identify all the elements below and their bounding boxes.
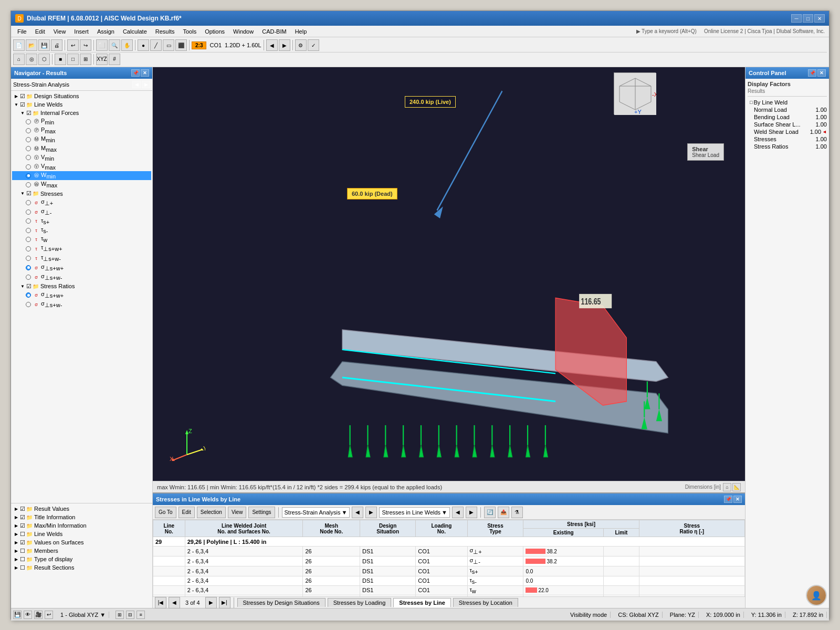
- tb-prev[interactable]: ◀: [266, 39, 278, 51]
- tab-prev[interactable]: ◀: [169, 597, 180, 608]
- t-export[interactable]: 📤: [498, 507, 509, 518]
- tb-view3[interactable]: ⬡: [38, 54, 50, 65]
- table-pin-button[interactable]: 📌: [724, 496, 732, 503]
- table-close-button[interactable]: ✕: [733, 496, 742, 503]
- viewport[interactable]: Visibility mode CO1: 1.200 + 1.60L Stres…: [153, 67, 745, 481]
- tb-new[interactable]: 📄: [13, 39, 25, 51]
- t-next[interactable]: ▶: [365, 507, 377, 518]
- tree-members[interactable]: ▶ ☐ 📁 Members: [12, 547, 151, 555]
- selection-btn[interactable]: Selection: [197, 507, 226, 518]
- tab-design-situations[interactable]: Stresses by Design Situations: [237, 598, 326, 607]
- tree-ratio-plus[interactable]: σ σ⊥s+w+: [12, 290, 151, 300]
- tab-location[interactable]: Stresses by Location: [453, 598, 518, 607]
- tree-line-welds-bot[interactable]: ▶ ☐ 📁 Line Welds: [12, 530, 151, 538]
- cp-pin-button[interactable]: 📌: [808, 69, 816, 77]
- tree-design-situations[interactable]: ▶ ☑ 📁 Design Situations: [12, 92, 151, 100]
- tb-print[interactable]: 🖨: [51, 39, 62, 51]
- tb-zoom[interactable]: 🔍: [109, 39, 120, 51]
- goto-btn[interactable]: Go To: [155, 507, 176, 518]
- filter-dropdown[interactable]: Stresses in Line Welds ▼: [379, 507, 450, 518]
- tree-title-info[interactable]: ▶ ☑ 📁 Title Information: [12, 513, 151, 521]
- tree-tau-w[interactable]: τ τw: [12, 235, 151, 244]
- tree-sigma-sw-plus[interactable]: σ σ⊥s+w+: [12, 263, 151, 272]
- menu-window[interactable]: Window: [229, 27, 258, 36]
- tb-surface[interactable]: ▭: [163, 39, 174, 51]
- tree-mmax[interactable]: Ⓜ Mmax: [12, 144, 151, 153]
- status-btn2[interactable]: 👁: [24, 611, 32, 619]
- nav-next-button[interactable]: ▶: [142, 81, 150, 88]
- cp-by-line-weld[interactable]: □ By Line Weld: [748, 99, 827, 106]
- menu-calculate[interactable]: Calculate: [119, 27, 151, 36]
- nav-close-button[interactable]: ✕: [141, 69, 149, 77]
- tree-values-surfaces[interactable]: ▶ ☑ 📁 Values on Surfaces: [12, 538, 151, 547]
- tab-line[interactable]: Stresses by Line: [393, 598, 450, 607]
- menu-assign[interactable]: Assign: [93, 27, 119, 36]
- tb-select[interactable]: ⬜: [96, 39, 108, 51]
- tree-tau-s-plus[interactable]: τ τs+: [12, 217, 151, 226]
- tree-sigma-perp-minus[interactable]: σ σ⊥-: [12, 207, 151, 217]
- tb-calc[interactable]: ⚙: [295, 39, 307, 51]
- table-content[interactable]: LineNo. Line Welded JointNo. and Surface…: [153, 520, 745, 596]
- menu-edit[interactable]: Edit: [31, 27, 49, 36]
- menu-view[interactable]: View: [49, 27, 70, 36]
- tree-tau-sw-plus[interactable]: τ τ⊥s+w+: [12, 244, 151, 253]
- status-btn1[interactable]: 💾: [13, 611, 22, 619]
- t-next2[interactable]: ▶: [466, 507, 477, 518]
- status-btn3[interactable]: 🎥: [34, 611, 43, 619]
- status-coord-system[interactable]: 1 - Global XYZ ▼: [57, 612, 109, 618]
- cp-close-button[interactable]: ✕: [817, 69, 826, 77]
- tree-line-welds[interactable]: ▼ ☑ 📁 Line Welds: [12, 100, 151, 109]
- nav-prev-button[interactable]: ◀: [132, 81, 141, 88]
- tb-axis[interactable]: XYZ: [96, 54, 108, 65]
- tree-result-values[interactable]: ▶ ☑ 📁 Result Values: [12, 505, 151, 513]
- tb-view2[interactable]: ◎: [26, 54, 37, 65]
- tree-wmax[interactable]: Ⓦ Wmax: [12, 180, 151, 189]
- close-button[interactable]: ✕: [814, 14, 825, 23]
- menu-results[interactable]: Results: [151, 27, 179, 36]
- tb-check[interactable]: ✓: [308, 39, 319, 51]
- tb-grid[interactable]: #: [109, 54, 120, 65]
- tb-move[interactable]: ✋: [121, 39, 133, 51]
- maximize-button[interactable]: □: [803, 14, 813, 23]
- menu-tools[interactable]: Tools: [178, 27, 201, 36]
- menu-cadbim[interactable]: CAD-BIM: [258, 27, 290, 36]
- st-btn1[interactable]: ⊞: [116, 611, 124, 619]
- tab-first[interactable]: |◀: [155, 597, 166, 608]
- t-prev[interactable]: ◀: [352, 507, 363, 518]
- tree-stresses[interactable]: ▼ ☑ 📁 Stresses: [12, 190, 151, 198]
- tree-sigma-perp-plus[interactable]: σ σ⊥+: [12, 198, 151, 207]
- t-prev2[interactable]: ◀: [452, 507, 464, 518]
- tree-type-display[interactable]: ▶ ☐ 📁 Type of display: [12, 555, 151, 563]
- tree-internal-forces[interactable]: ▼ ☑ 📁 Internal Forces: [12, 109, 151, 117]
- tree-result-sections[interactable]: ▶ ☐ 📁 Result Sections: [12, 563, 151, 572]
- tree-pmax[interactable]: Ⓟ Pmax: [12, 126, 151, 135]
- tree-tau-s-minus[interactable]: τ τs-: [12, 226, 151, 235]
- tree-pmin[interactable]: Ⓟ Pmin: [12, 117, 151, 126]
- vp-btn-2[interactable]: 📐: [732, 483, 741, 491]
- tb-node[interactable]: ●: [138, 39, 149, 51]
- tree-ratio-minus[interactable]: σ σ⊥s+w-: [12, 300, 151, 309]
- tb-next[interactable]: ▶: [279, 39, 290, 51]
- tree-vmax[interactable]: Ⓥ Vmax: [12, 162, 151, 171]
- tree-vmin[interactable]: Ⓥ Vmin: [12, 153, 151, 162]
- tb-render3[interactable]: ⊞: [80, 54, 91, 65]
- tree-tau-sw-minus[interactable]: τ τ⊥s+w-: [12, 254, 151, 263]
- st-btn2[interactable]: ⊟: [126, 611, 134, 619]
- tb-render2[interactable]: □: [67, 54, 79, 65]
- analysis-dropdown[interactable]: Stress-Strain Analysis ▼: [282, 507, 350, 518]
- menu-insert[interactable]: Insert: [70, 27, 93, 36]
- tab-loading[interactable]: Stresses by Loading: [328, 598, 392, 607]
- edit-btn[interactable]: Edit: [178, 507, 195, 518]
- tb-view1[interactable]: ⌂: [13, 54, 25, 65]
- tb-solid[interactable]: ⬛: [175, 39, 187, 51]
- vp-btn-1[interactable]: ⌂: [723, 483, 731, 491]
- menu-options[interactable]: Options: [201, 27, 229, 36]
- tb-open[interactable]: 📂: [26, 39, 37, 51]
- tb-render1[interactable]: ■: [55, 54, 66, 65]
- tb-save[interactable]: 💾: [38, 39, 50, 51]
- tab-next[interactable]: ▶: [205, 597, 217, 608]
- menu-file[interactable]: File: [13, 27, 31, 36]
- tree-mmin[interactable]: Ⓜ Mmin: [12, 135, 151, 144]
- minimize-button[interactable]: ─: [791, 14, 802, 23]
- status-btn4[interactable]: ↩: [45, 611, 53, 619]
